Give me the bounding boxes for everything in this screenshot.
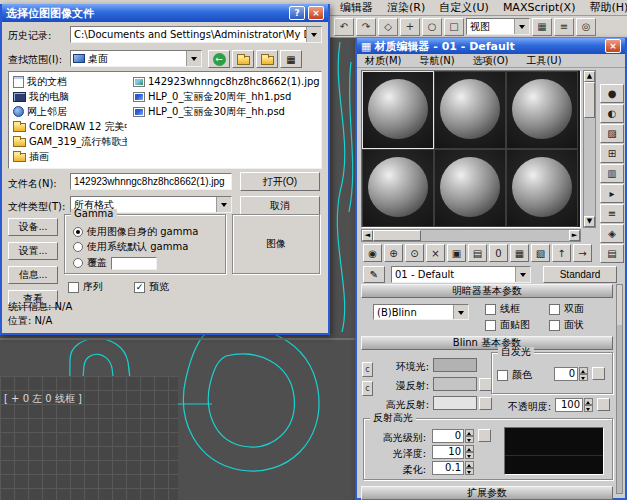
material-id-channel-button[interactable]: 0	[489, 244, 508, 262]
assign-material-to-selection-button[interactable]: ⊙	[405, 244, 424, 262]
material-slot[interactable]	[434, 71, 506, 149]
put-to-library-button[interactable]: ▤	[468, 244, 487, 262]
menu-help[interactable]: 帮助(H)	[589, 0, 627, 15]
options-button[interactable]: ≡	[600, 204, 624, 223]
view-menu-button[interactable]: ▦	[280, 50, 302, 68]
chevron-down-icon[interactable]	[453, 305, 468, 319]
opacity-value[interactable]: 100	[555, 398, 583, 412]
params-scrollbar[interactable]	[616, 284, 623, 494]
material-slot[interactable]	[506, 149, 578, 227]
material-slot[interactable]	[362, 71, 434, 149]
self-illum-color-checkbox[interactable]: 颜色	[497, 368, 532, 382]
self-illum-map-button[interactable]	[592, 367, 605, 380]
lock-diffuse-specular-button[interactable]: c	[362, 381, 373, 396]
undo-button[interactable]: ↶	[334, 18, 354, 36]
radio-icon[interactable]	[73, 258, 83, 268]
up-one-level-button[interactable]	[232, 50, 254, 68]
gamma-option-override[interactable]: 覆盖	[73, 256, 157, 270]
material-slot[interactable]	[434, 149, 506, 227]
opacity-map-button[interactable]	[597, 398, 610, 411]
diffuse-color-swatch[interactable]	[433, 377, 477, 391]
shader-type-dropdown[interactable]: (B)Blinn	[373, 304, 469, 320]
me-menu-material[interactable]: 材质(M)	[365, 54, 401, 68]
menu-maxscript[interactable]: MAXScript(X)	[503, 1, 576, 14]
face-map-checkbox[interactable]: 面贴图	[485, 318, 530, 332]
checkbox-icon[interactable]	[549, 320, 560, 331]
two-sided-checkbox[interactable]: 双面	[549, 302, 584, 316]
show-end-result-button[interactable]: ▧	[531, 244, 550, 262]
lookin-dropdown[interactable]: 桌面	[70, 50, 202, 67]
material-editor-titlebar[interactable]: ▦ 材质编辑器 - 01 - Default ×	[357, 38, 625, 54]
viewport-label[interactable]: [ + 0 左 0 线框 ]	[4, 392, 82, 406]
radio-icon[interactable]	[73, 242, 83, 252]
menu-rendering[interactable]: 渲染(R)	[387, 0, 425, 15]
snap-toggle-button[interactable]: ▦	[532, 18, 552, 36]
sample-type-button[interactable]: ●	[600, 84, 624, 103]
viewport-splitter[interactable]	[0, 338, 356, 340]
slots-vertical-scrollbar[interactable]: ▲ ▼	[583, 70, 596, 228]
menu-customize[interactable]: 自定义(U)	[439, 0, 489, 15]
pick-material-button[interactable]: ✎	[363, 266, 385, 283]
reset-map-button[interactable]: ×	[426, 244, 445, 262]
dialog-close-button[interactable]: ×	[308, 6, 324, 20]
list-item[interactable]: 142923whnngc8hz8hc8662(1).jpg	[131, 74, 321, 89]
material-slot[interactable]	[506, 71, 578, 149]
soften-value[interactable]: 0.1	[432, 461, 464, 475]
checkbox-checked-icon[interactable]: ✓	[134, 282, 145, 293]
setup-button[interactable]: 设置...	[8, 242, 58, 260]
chevron-down-icon[interactable]	[216, 197, 231, 212]
specular-level-spinner[interactable]	[465, 429, 474, 443]
rollout-extended-parameters[interactable]: 扩展参数	[361, 486, 613, 500]
file-list[interactable]: 我的文档 我的电脑 网上邻居 CorelDRAW 12 完美中文版 GAM_31…	[8, 71, 322, 169]
self-illum-value[interactable]: 0	[554, 367, 578, 381]
material-name-dropdown[interactable]: 01 - Default	[391, 266, 531, 283]
select-and-move-button[interactable]: +	[400, 18, 420, 36]
self-illum-spinner[interactable]	[579, 367, 588, 381]
me-menu-utilities[interactable]: 工具(U)	[526, 54, 561, 68]
select-by-material-button[interactable]: ◈	[600, 224, 624, 243]
checkbox-icon[interactable]	[485, 304, 496, 315]
scrollbar-thumb[interactable]	[584, 82, 595, 118]
sample-tiling-button[interactable]: ⊞	[600, 144, 624, 163]
cancel-button[interactable]: 取消	[240, 196, 320, 215]
gamma-option-image[interactable]: 使用图像自身的 gamma	[73, 225, 198, 239]
specular-level-value[interactable]: 0	[432, 429, 464, 443]
list-item[interactable]: CorelDRAW 12 完美中文版	[11, 119, 127, 134]
list-item[interactable]: HLP_0_宝丽金30周年_hh.psd	[131, 104, 321, 119]
checkbox-icon[interactable]	[485, 320, 496, 331]
dialog-titlebar[interactable]: 选择位图图像文件 ? ×	[2, 4, 328, 22]
video-color-check-button[interactable]: ▥	[600, 164, 624, 183]
slots-horizontal-scrollbar[interactable]: ◄ ►	[361, 229, 581, 242]
make-preview-button[interactable]: ▸	[600, 184, 624, 203]
show-map-in-viewport-button[interactable]: ▦	[510, 244, 529, 262]
go-to-parent-button[interactable]: ↑	[552, 244, 571, 262]
help-button[interactable]: ?	[289, 6, 305, 20]
me-menu-navigation[interactable]: 导航(N)	[419, 54, 454, 68]
devices-button[interactable]: 设备...	[8, 218, 58, 236]
get-material-button[interactable]: ◉	[363, 244, 382, 262]
radio-selected-icon[interactable]	[73, 227, 83, 237]
list-item[interactable]: 我的电脑	[11, 89, 127, 104]
scroll-right-icon[interactable]: ►	[569, 230, 580, 241]
reference-coordinate-dropdown[interactable]: 视图	[466, 18, 530, 35]
scroll-left-icon[interactable]: ◄	[362, 230, 373, 241]
redo-button[interactable]: ↷	[356, 18, 376, 36]
glossiness-spinner[interactable]	[465, 445, 474, 459]
select-object-button[interactable]: ◇	[378, 18, 398, 36]
create-new-folder-button[interactable]	[256, 50, 278, 68]
align-button[interactable]: ◎	[576, 18, 596, 36]
sequence-checkbox[interactable]: 序列	[68, 280, 103, 294]
go-forward-to-sibling-button[interactable]: →	[573, 244, 592, 262]
gamma-option-system[interactable]: 使用系统默认 gamma	[73, 240, 188, 254]
lock-ambient-diffuse-button[interactable]: c	[362, 362, 373, 377]
gamma-override-input[interactable]	[111, 257, 157, 270]
glossiness-value[interactable]: 10	[432, 445, 464, 459]
filename-input[interactable]	[70, 173, 232, 190]
make-material-copy-button[interactable]: ▣	[447, 244, 466, 262]
chevron-down-icon[interactable]	[515, 267, 530, 282]
faceted-checkbox[interactable]: 面状	[549, 318, 584, 332]
chevron-down-icon[interactable]	[514, 19, 529, 34]
list-item[interactable]: GAM_319_流行韩歌主打	[11, 134, 127, 149]
history-dropdown[interactable]: C:\Documents and Settings\Administrator\…	[70, 26, 322, 43]
specular-color-swatch[interactable]	[433, 396, 477, 410]
